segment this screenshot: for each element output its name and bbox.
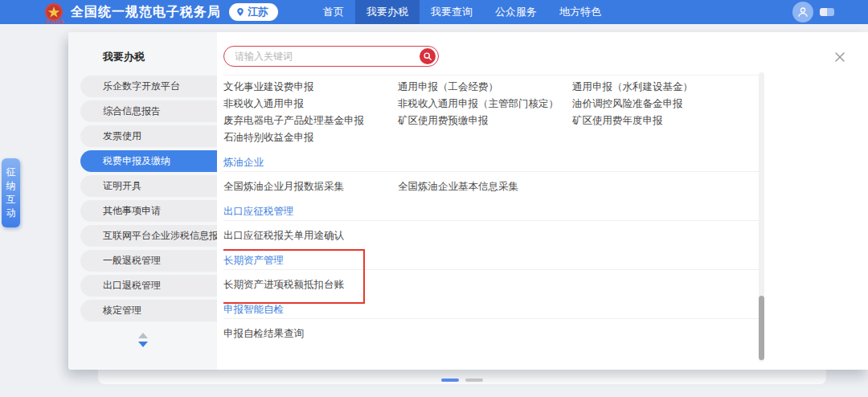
sidebar-scroll-arrows bbox=[68, 333, 217, 347]
menu-item[interactable]: 矿区使用费年度申报 bbox=[572, 113, 747, 129]
menu-item[interactable]: 申报自检结果查询 bbox=[223, 325, 398, 342]
header-toggle[interactable] bbox=[820, 8, 834, 16]
logo-subtext: 中国税务 bbox=[43, 19, 67, 25]
sidebar-item[interactable]: 其他事项申请 bbox=[80, 200, 217, 222]
menu-item[interactable]: 石油特别收益金申报 bbox=[223, 129, 398, 146]
side-tab-label: 征纳互动 bbox=[6, 166, 16, 220]
region-label: 江苏 bbox=[248, 5, 268, 19]
search-button[interactable] bbox=[420, 48, 436, 64]
location-pin-icon bbox=[235, 7, 245, 17]
service-list: 文化事业建设费申报通用申报（工会经费）通用申报（水利建设基金）非税收入通用申报非… bbox=[223, 75, 760, 362]
close-icon bbox=[833, 50, 847, 64]
chevron-up-icon[interactable] bbox=[138, 333, 148, 338]
carousel-dash[interactable] bbox=[465, 379, 483, 382]
user-avatar-icon bbox=[796, 6, 809, 18]
menu-section: 长期资产管理长期资产进项税额抵扣台账 bbox=[223, 244, 760, 293]
sidebar-item[interactable]: 证明开具 bbox=[80, 175, 217, 197]
sidebar-item[interactable]: 税费申报及缴纳 bbox=[80, 150, 217, 172]
menu-item[interactable]: 通用申报（水利建设基金） bbox=[572, 79, 747, 96]
section-heading[interactable]: 炼油企业 bbox=[223, 146, 760, 172]
region-selector[interactable]: 江苏 bbox=[229, 3, 278, 21]
menu-item[interactable]: 非税收入通用申报 bbox=[223, 96, 398, 113]
section-items: 全国炼油企业月报数据采集全国炼油企业基本信息采集 bbox=[223, 172, 760, 195]
sidebar-item[interactable]: 一般退税管理 bbox=[80, 250, 217, 272]
header-nav-item[interactable]: 我要查询 bbox=[420, 0, 484, 24]
menu-item[interactable]: 全国炼油企业基本信息采集 bbox=[398, 178, 572, 195]
section-items: 申报自检结果查询 bbox=[223, 319, 760, 342]
section-heading[interactable]: 出口应征税管理 bbox=[223, 195, 760, 221]
user-avatar[interactable] bbox=[792, 2, 813, 23]
sidebar-item[interactable]: 发票使用 bbox=[80, 125, 217, 147]
section-items: 长期资产进项税额抵扣台账 bbox=[223, 270, 760, 293]
header-nav-item[interactable]: 首页 bbox=[312, 0, 355, 24]
sidebar-list: 乐企数字开放平台综合信息报告发票使用税费申报及缴纳证明开具其他事项申请互联网平台… bbox=[68, 76, 217, 321]
close-menu-button[interactable] bbox=[833, 50, 847, 64]
sidebar-item[interactable]: 核定管理 bbox=[80, 300, 217, 321]
sidebar-title: 我要办税 bbox=[68, 50, 217, 64]
menu-item[interactable]: 油价调控风险准备金申报 bbox=[572, 96, 747, 113]
menu-item[interactable]: 非税收入通用申报（主管部门核定） bbox=[398, 96, 572, 113]
header-nav-item[interactable]: 地方特色 bbox=[548, 0, 612, 24]
menu-content: 文化事业建设费申报通用申报（工会经费）通用申报（水利建设基金）非税收入通用申报非… bbox=[217, 32, 868, 370]
header-nav-item[interactable]: 我要办税 bbox=[355, 0, 420, 24]
menu-item[interactable]: 文化事业建设费申报 bbox=[223, 79, 398, 96]
sidebar-item[interactable]: 互联网平台企业涉税信息报送 bbox=[80, 225, 217, 247]
scrollbar-thumb[interactable] bbox=[759, 296, 764, 360]
menu-sidebar: 我要办税 乐企数字开放平台综合信息报告发票使用税费申报及缴纳证明开具其他事项申请… bbox=[68, 32, 217, 370]
search-box bbox=[223, 46, 439, 67]
carousel-indicator bbox=[98, 379, 826, 382]
scrollbar-track[interactable] bbox=[759, 72, 764, 362]
menu-item[interactable]: 通用申报（工会经费） bbox=[398, 79, 572, 96]
search-input[interactable] bbox=[224, 51, 420, 62]
menu-section: 文化事业建设费申报通用申报（工会经费）通用申报（水利建设基金）非税收入通用申报非… bbox=[223, 76, 760, 146]
header-nav: 首页我要办税我要查询公众服务地方特色 bbox=[312, 0, 612, 24]
menu-item[interactable]: 矿区使用费预缴申报 bbox=[398, 113, 572, 129]
search-icon bbox=[423, 51, 432, 61]
sidebar-item[interactable]: 综合信息报告 bbox=[80, 100, 217, 122]
menu-section: 炼油企业全国炼油企业月报数据采集全国炼油企业基本信息采集 bbox=[223, 146, 760, 195]
section-items: 文化事业建设费申报通用申报（工会经费）通用申报（水利建设基金）非税收入通用申报非… bbox=[223, 76, 760, 146]
menu-item[interactable]: 长期资产进项税额抵扣台账 bbox=[223, 276, 398, 293]
top-header: 中国税务 全国统一规范电子税务局 江苏 首页我要办税我要查询公众服务地方特色 bbox=[0, 0, 868, 24]
menu-item[interactable]: 出口应征税报关单用途确认 bbox=[223, 227, 398, 244]
section-items: 出口应征税报关单用途确认 bbox=[223, 221, 760, 244]
tax-service-mega-menu: 我要办税 乐企数字开放平台综合信息报告发票使用税费申报及缴纳证明开具其他事项申请… bbox=[68, 32, 868, 370]
menu-item[interactable]: 全国炼油企业月报数据采集 bbox=[223, 178, 398, 195]
sidebar-item[interactable]: 出口退税管理 bbox=[80, 275, 217, 297]
section-heading[interactable]: 申报智能自检 bbox=[223, 293, 760, 319]
sidebar-item[interactable]: 乐企数字开放平台 bbox=[80, 76, 217, 97]
carousel-dash[interactable] bbox=[441, 379, 459, 382]
header-nav-item[interactable]: 公众服务 bbox=[484, 0, 548, 24]
national-emblem-icon: 中国税务 bbox=[44, 2, 63, 22]
section-heading[interactable]: 长期资产管理 bbox=[223, 244, 760, 270]
site-title: 全国统一规范电子税务局 bbox=[71, 4, 221, 21]
menu-section: 出口应征税管理出口应征税报关单用途确认 bbox=[223, 195, 760, 244]
menu-item[interactable]: 废弃电器电子产品处理基金申报 bbox=[223, 113, 398, 129]
header-right bbox=[792, 2, 834, 23]
interaction-side-tab[interactable]: 征纳互动 bbox=[2, 158, 20, 227]
chevron-down-icon[interactable] bbox=[138, 342, 148, 347]
menu-section: 申报智能自检申报自检结果查询 bbox=[223, 293, 760, 342]
